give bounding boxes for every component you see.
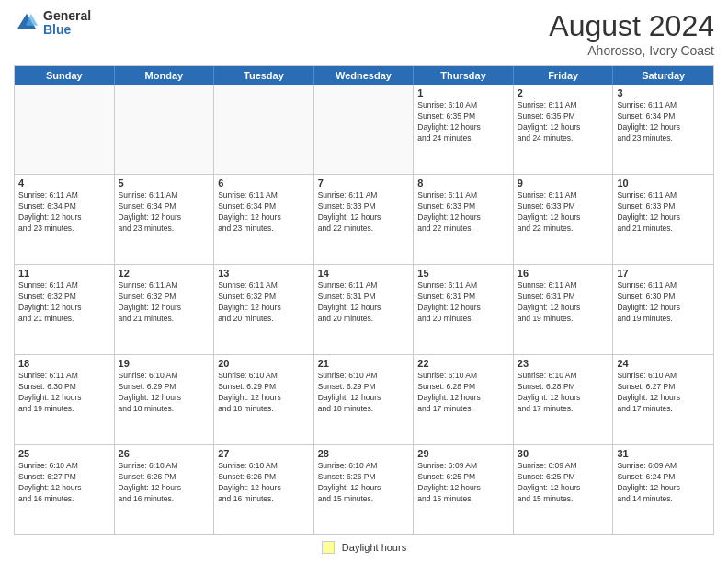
calendar-cell: 30Sunrise: 6:09 AM Sunset: 6:25 PM Dayli… [514,445,614,534]
day-number: 27 [218,448,310,459]
sun-info: Sunrise: 6:10 AM Sunset: 6:27 PM Dayligh… [18,461,110,505]
sun-info: Sunrise: 6:11 AM Sunset: 6:34 PM Dayligh… [218,190,310,235]
calendar-cell: 17Sunrise: 6:11 AM Sunset: 6:30 PM Dayli… [613,265,713,354]
sun-info: Sunrise: 6:11 AM Sunset: 6:30 PM Dayligh… [617,281,710,325]
day-number: 13 [218,268,310,279]
calendar-cell: 16Sunrise: 6:11 AM Sunset: 6:31 PM Dayli… [514,265,614,354]
calendar-cell: 24Sunrise: 6:10 AM Sunset: 6:27 PM Dayli… [613,355,713,444]
legend-label: Daylight hours [342,542,406,553]
sun-info: Sunrise: 6:10 AM Sunset: 6:29 PM Dayligh… [119,371,210,415]
day-number: 30 [518,448,609,459]
calendar-cell: 1Sunrise: 6:10 AM Sunset: 6:35 PM Daylig… [414,85,514,174]
day-number: 1 [417,87,509,98]
sun-info: Sunrise: 6:11 AM Sunset: 6:31 PM Dayligh… [318,281,410,325]
title-block: August 2024 Ahorosso, Ivory Coast [549,9,714,58]
sun-info: Sunrise: 6:11 AM Sunset: 6:33 PM Dayligh… [617,190,710,235]
calendar-week-2: 4Sunrise: 6:11 AM Sunset: 6:34 PM Daylig… [15,174,713,264]
calendar-cell: 9Sunrise: 6:11 AM Sunset: 6:33 PM Daylig… [514,175,614,264]
day-number: 18 [18,358,110,369]
sun-info: Sunrise: 6:10 AM Sunset: 6:27 PM Dayligh… [617,371,710,415]
logo-text: General Blue [43,9,91,38]
month-year-title: August 2024 [549,9,714,43]
day-number: 12 [119,268,210,279]
sun-info: Sunrise: 6:11 AM Sunset: 6:32 PM Dayligh… [119,281,210,325]
calendar-cell: 12Sunrise: 6:11 AM Sunset: 6:32 PM Dayli… [115,265,215,354]
day-number: 9 [518,178,609,189]
calendar-cell: 3Sunrise: 6:11 AM Sunset: 6:34 PM Daylig… [613,85,713,174]
calendar-cell: 21Sunrise: 6:10 AM Sunset: 6:29 PM Dayli… [314,355,415,444]
day-number: 21 [318,358,410,369]
sun-info: Sunrise: 6:11 AM Sunset: 6:31 PM Dayligh… [518,281,609,325]
logo: General Blue [14,9,91,38]
day-number: 11 [18,268,110,279]
calendar-cell: 2Sunrise: 6:11 AM Sunset: 6:35 PM Daylig… [514,85,614,174]
day-number: 10 [617,178,710,189]
calendar-cell: 8Sunrise: 6:11 AM Sunset: 6:33 PM Daylig… [414,175,514,264]
header-day-friday: Friday [514,66,614,85]
sun-info: Sunrise: 6:09 AM Sunset: 6:24 PM Dayligh… [617,461,710,505]
page: General Blue August 2024 Ahorosso, Ivory… [0,0,728,563]
sun-info: Sunrise: 6:11 AM Sunset: 6:33 PM Dayligh… [518,190,609,235]
calendar-cell: 29Sunrise: 6:09 AM Sunset: 6:25 PM Dayli… [414,445,514,534]
sun-info: Sunrise: 6:11 AM Sunset: 6:33 PM Dayligh… [318,190,410,235]
day-number: 7 [318,178,410,189]
day-number: 4 [18,178,110,189]
calendar-header: SundayMondayTuesdayWednesdayThursdayFrid… [15,66,713,85]
header-day-monday: Monday [115,66,215,85]
calendar-cell [314,85,415,174]
day-number: 22 [417,358,509,369]
day-number: 14 [318,268,410,279]
sun-info: Sunrise: 6:10 AM Sunset: 6:29 PM Dayligh… [318,371,410,415]
calendar-week-1: 1Sunrise: 6:10 AM Sunset: 6:35 PM Daylig… [15,85,713,174]
calendar-cell: 20Sunrise: 6:10 AM Sunset: 6:29 PM Dayli… [214,355,314,444]
calendar-week-5: 25Sunrise: 6:10 AM Sunset: 6:27 PM Dayli… [15,444,713,534]
day-number: 15 [417,268,509,279]
legend-box [322,541,335,554]
logo-icon [14,10,40,36]
calendar-cell: 28Sunrise: 6:10 AM Sunset: 6:26 PM Dayli… [314,445,415,534]
day-number: 16 [518,268,609,279]
sun-info: Sunrise: 6:11 AM Sunset: 6:34 PM Dayligh… [617,100,710,144]
logo-general: General [43,9,91,23]
sun-info: Sunrise: 6:11 AM Sunset: 6:30 PM Dayligh… [18,371,110,415]
sun-info: Sunrise: 6:10 AM Sunset: 6:26 PM Dayligh… [318,461,410,505]
day-number: 26 [119,448,210,459]
header-day-tuesday: Tuesday [214,66,314,85]
sun-info: Sunrise: 6:09 AM Sunset: 6:25 PM Dayligh… [417,461,509,505]
calendar-cell: 26Sunrise: 6:10 AM Sunset: 6:26 PM Dayli… [115,445,215,534]
calendar-cell: 11Sunrise: 6:11 AM Sunset: 6:32 PM Dayli… [15,265,115,354]
day-number: 23 [518,358,609,369]
calendar-cell [214,85,314,174]
day-number: 8 [417,178,509,189]
calendar-cell: 22Sunrise: 6:10 AM Sunset: 6:28 PM Dayli… [414,355,514,444]
day-number: 29 [417,448,509,459]
day-number: 28 [318,448,410,459]
sun-info: Sunrise: 6:11 AM Sunset: 6:34 PM Dayligh… [119,190,210,235]
sun-info: Sunrise: 6:11 AM Sunset: 6:34 PM Dayligh… [18,190,110,235]
calendar: SundayMondayTuesdayWednesdayThursdayFrid… [14,65,714,535]
header: General Blue August 2024 Ahorosso, Ivory… [14,9,714,58]
day-number: 20 [218,358,310,369]
day-number: 2 [518,87,609,98]
header-day-saturday: Saturday [613,66,713,85]
calendar-cell: 13Sunrise: 6:11 AM Sunset: 6:32 PM Dayli… [214,265,314,354]
calendar-cell: 14Sunrise: 6:11 AM Sunset: 6:31 PM Dayli… [314,265,415,354]
day-number: 3 [617,87,710,98]
calendar-cell: 19Sunrise: 6:10 AM Sunset: 6:29 PM Dayli… [115,355,215,444]
header-day-wednesday: Wednesday [314,66,415,85]
day-number: 31 [617,448,710,459]
header-day-thursday: Thursday [414,66,514,85]
sun-info: Sunrise: 6:10 AM Sunset: 6:29 PM Dayligh… [218,371,310,415]
sun-info: Sunrise: 6:10 AM Sunset: 6:28 PM Dayligh… [518,371,609,415]
sun-info: Sunrise: 6:11 AM Sunset: 6:33 PM Dayligh… [417,190,509,235]
sun-info: Sunrise: 6:10 AM Sunset: 6:26 PM Dayligh… [119,461,210,505]
calendar-cell: 25Sunrise: 6:10 AM Sunset: 6:27 PM Dayli… [15,445,115,534]
calendar-cell: 27Sunrise: 6:10 AM Sunset: 6:26 PM Dayli… [214,445,314,534]
sun-info: Sunrise: 6:11 AM Sunset: 6:32 PM Dayligh… [18,281,110,325]
sun-info: Sunrise: 6:10 AM Sunset: 6:26 PM Dayligh… [218,461,310,505]
calendar-body: 1Sunrise: 6:10 AM Sunset: 6:35 PM Daylig… [15,85,713,534]
day-number: 6 [218,178,310,189]
calendar-cell: 15Sunrise: 6:11 AM Sunset: 6:31 PM Dayli… [414,265,514,354]
day-number: 19 [119,358,210,369]
day-number: 5 [119,178,210,189]
